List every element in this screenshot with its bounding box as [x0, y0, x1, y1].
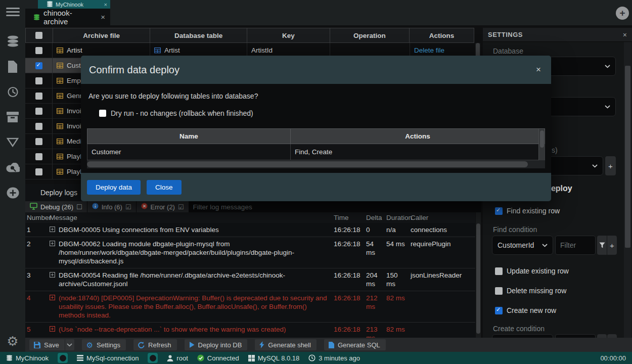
connection-icon: [77, 355, 83, 361]
delete-missing-row-checkbox[interactable]: Delete missing row: [495, 287, 566, 295]
row-checkbox[interactable]: [35, 153, 42, 160]
settings-gear-icon[interactable]: ⚙: [7, 335, 18, 348]
statusbar-status: Connected: [197, 354, 239, 362]
debug-checkbox[interactable]: ☐: [76, 203, 82, 211]
info-checkbox[interactable]: ☑: [125, 203, 131, 211]
info-filter-toggle[interactable]: Info (6) ☑: [87, 201, 137, 212]
scrollbar-thumb[interactable]: [476, 223, 480, 334]
expand-icon[interactable]: [50, 272, 55, 278]
tab-close-icon[interactable]: ×: [101, 13, 105, 21]
archive-file-icon: [57, 47, 63, 54]
row-checkbox[interactable]: [35, 138, 42, 145]
deploy-table-row[interactable]: Customer Find, Create: [87, 144, 545, 160]
row-checkbox[interactable]: [35, 62, 42, 69]
database-switch-icon[interactable]: [58, 353, 68, 363]
settings-close-icon[interactable]: ×: [623, 31, 627, 39]
col-operation[interactable]: Operation: [330, 28, 410, 42]
cloud-search-icon[interactable]: [6, 162, 20, 175]
menu-icon[interactable]: [6, 6, 20, 19]
create-new-row-checkbox[interactable]: Create new row: [495, 306, 556, 314]
save-button[interactable]: Save: [29, 339, 74, 350]
find-existing-row-checkbox[interactable]: Find existing row: [495, 207, 560, 215]
log-filter-input[interactable]: [189, 201, 481, 212]
refresh-button[interactable]: Refresh: [133, 339, 177, 350]
deploy-data-button[interactable]: Deploy data: [87, 180, 141, 195]
row-checkbox[interactable]: [35, 77, 42, 84]
settings-button[interactable]: ⚙ Settings: [82, 339, 126, 350]
scrollbar-thumb[interactable]: [625, 66, 630, 248]
create-condition-filter-input[interactable]: [555, 334, 596, 338]
modal-hscrollbar[interactable]: [87, 160, 545, 168]
deploy-into-db-button[interactable]: Deploy into DB: [185, 339, 248, 350]
funnel-icon: [599, 241, 605, 250]
archive-file-icon: [57, 153, 63, 160]
add-condition-button[interactable]: +: [607, 236, 617, 255]
tab-bar: MyChinook × chinook-archive × +: [25, 0, 632, 25]
expand-icon[interactable]: [50, 241, 55, 246]
generate-sql-button[interactable]: Generate SQL: [324, 339, 386, 350]
find-condition-filter-input[interactable]: [555, 236, 596, 255]
col-database-table[interactable]: Database table: [150, 28, 247, 42]
select-all-checkbox[interactable]: [35, 32, 42, 39]
find-condition-column-select[interactable]: CustomerId: [492, 236, 553, 255]
databases-icon[interactable]: [7, 35, 19, 49]
row-checkbox[interactable]: [35, 123, 42, 130]
row-checkbox[interactable]: [35, 108, 42, 115]
add-circle-icon[interactable]: [7, 187, 19, 200]
generate-shell-button[interactable]: Generate shell: [255, 339, 317, 350]
save-dropdown-toggle[interactable]: [65, 339, 74, 350]
bottom-toolbar: Save ⚙ Settings Refresh Deploy into DB G…: [25, 338, 632, 352]
add-condition-button[interactable]: [607, 334, 617, 338]
error-checkbox[interactable]: ☑: [178, 203, 184, 211]
create-condition-column-select[interactable]: [492, 334, 553, 338]
left-icon-rail: ⚙: [0, 0, 25, 352]
tab-chinook-archive[interactable]: chinook-archive ×: [25, 9, 110, 25]
tab-group-close-icon[interactable]: ×: [104, 2, 107, 8]
log-row[interactable]: 2 DBGM-00062 Loading module dbgate-plugi…: [25, 237, 475, 268]
col-key[interactable]: Key: [247, 28, 330, 42]
delete-file-link[interactable]: Delete file: [414, 47, 444, 54]
close-button[interactable]: Close: [147, 180, 182, 195]
archive-file-icon: [57, 77, 63, 84]
log-row[interactable]: 4 (node:18740) [DEP0005] DeprecationWarn…: [25, 291, 475, 323]
log-table-header: Number Message Time Delta Duration Calle…: [25, 212, 475, 223]
new-tab-button[interactable]: +: [616, 7, 629, 20]
col-actions[interactable]: Actions: [410, 28, 474, 42]
statusbar-refreshed[interactable]: 3 minutes ago: [308, 354, 360, 362]
statusbar-database[interactable]: MyChinook: [6, 354, 49, 362]
history-icon[interactable]: [7, 86, 19, 99]
log-row[interactable]: 3 DBGM-00054 Reading file /home/runner/.…: [25, 268, 475, 291]
filter-icon-button[interactable]: [597, 236, 607, 255]
expand-icon[interactable]: [50, 326, 55, 332]
scrollbar-thumb[interactable]: [87, 161, 528, 167]
tab-group-mychinook[interactable]: MyChinook ×: [38, 0, 110, 9]
row-checkbox[interactable]: [35, 168, 42, 175]
modal-header: Confirm data deploy ×: [81, 56, 551, 84]
log-table-scrollbar[interactable]: [476, 212, 481, 338]
statusbar-connection[interactable]: MySql-connection: [77, 354, 139, 362]
debug-filter-toggle[interactable]: Debug (26) ☐: [25, 201, 87, 212]
find-condition-label: Find condition: [493, 225, 537, 234]
modal-table-scrollbar[interactable]: [538, 129, 545, 161]
filter-icon-button[interactable]: [597, 334, 607, 338]
dry-run-checkbox-row[interactable]: Dry run - no changes (rollback when fini…: [99, 109, 253, 117]
settings-scrollbar[interactable]: [624, 42, 631, 338]
expand-icon[interactable]: [50, 226, 55, 232]
expand-icon[interactable]: [50, 295, 55, 300]
error-filter-toggle[interactable]: Error (2) ☑: [137, 201, 189, 212]
modal-close-icon[interactable]: ×: [536, 65, 543, 75]
server-icon: [248, 355, 255, 361]
col-archive-file[interactable]: Archive file: [53, 28, 151, 42]
info-icon: [92, 203, 99, 211]
archive-icon[interactable]: [7, 111, 19, 124]
query-icon[interactable]: [7, 136, 19, 150]
log-row[interactable]: 1 DBGM-00005 Using connections from ENV …: [25, 223, 475, 237]
row-checkbox[interactable]: [35, 93, 42, 100]
add-table-button[interactable]: +: [605, 156, 616, 175]
update-existing-row-checkbox[interactable]: Update existing row: [495, 267, 569, 275]
log-row[interactable]: 5 (Use `node --trace-deprecation ...` to…: [25, 323, 475, 338]
files-icon[interactable]: [8, 61, 18, 74]
connection-switch-icon[interactable]: [148, 353, 158, 363]
row-checkbox[interactable]: [35, 47, 42, 54]
dry-run-checkbox[interactable]: [99, 110, 106, 117]
